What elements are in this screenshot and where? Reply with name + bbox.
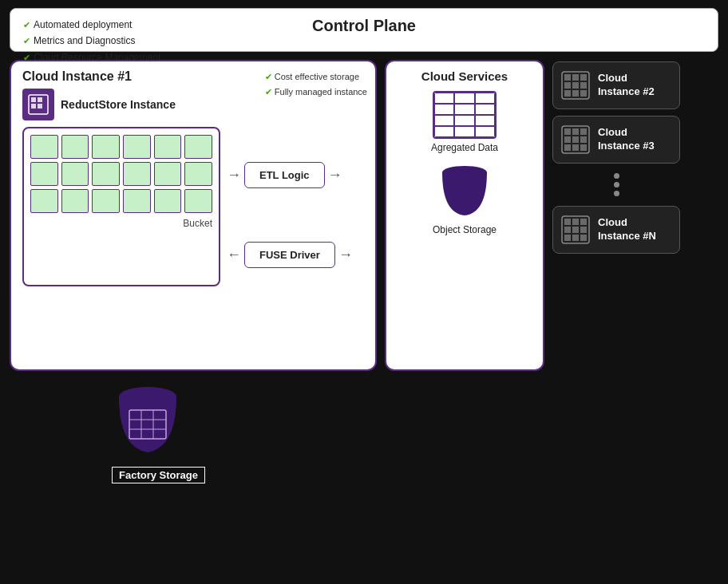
bucket-cell [30, 162, 58, 186]
reductstore-icon [22, 89, 54, 120]
arrow-from-fuse-right: → [338, 247, 353, 263]
dot-1 [614, 173, 619, 179]
checklist-item-2: Metrics and Diagnostics [23, 33, 160, 49]
bucket-box: Bucket [22, 127, 220, 286]
etl-fuse-area: → ETL Logic → ← FUSE Driver → [227, 135, 353, 294]
cloud-services-box: Cloud Services Agregated Data [385, 60, 544, 371]
cloud-instance-2-title: Cloud Instance #2 [598, 72, 671, 99]
svg-rect-23 [564, 144, 571, 151]
svg-rect-8 [572, 74, 579, 81]
bucket-cell [154, 189, 182, 213]
svg-rect-1 [31, 97, 36, 102]
bucket-cell [30, 135, 58, 159]
aggregated-data-item: Agregated Data [399, 91, 530, 153]
arrow-from-etl: → [328, 167, 342, 183]
svg-rect-12 [580, 82, 587, 89]
svg-rect-7 [564, 74, 571, 81]
dots-separator [552, 170, 680, 199]
fuse-row: ← FUSE Driver → [227, 242, 353, 268]
svg-rect-2 [38, 97, 42, 102]
reductstore-title: ReductStore Instance [61, 98, 176, 111]
checklist: Automated deployment Metrics and Diagnos… [23, 17, 160, 65]
svg-rect-27 [564, 219, 571, 225]
factory-storage-label: Factory Storage [112, 467, 205, 483]
svg-rect-10 [564, 82, 571, 89]
bucket-cell [184, 189, 212, 213]
svg-rect-19 [580, 128, 587, 135]
bucket-cell [61, 162, 89, 186]
cloud-services-title: Cloud Services [399, 69, 530, 83]
aggregated-data-icon [433, 91, 497, 139]
bucket-cell [61, 189, 89, 213]
svg-rect-28 [572, 219, 579, 225]
bucket-cell [123, 162, 151, 186]
dot-3 [614, 191, 619, 196]
agg-cell [434, 126, 454, 137]
etl-button[interactable]: ETL Logic [244, 162, 325, 188]
diagram-area: Cloud Instance #1 Cost effective storage… [10, 60, 718, 371]
agg-cell [454, 115, 474, 126]
bucket-cell [92, 189, 120, 213]
cost-note-2: Fully managed instance [265, 85, 367, 100]
svg-rect-20 [564, 136, 571, 143]
cloud-instance-3-title: Cloud Instance #3 [598, 126, 671, 153]
arrow-to-fuse-left: ← [227, 247, 241, 263]
cloud-instance-n-title: Cloud Instance #N [598, 216, 671, 243]
agg-cell [434, 104, 454, 115]
reductstore-svg-icon [27, 93, 49, 116]
factory-section: Factory Storage [112, 382, 718, 483]
dot-2 [614, 182, 619, 187]
bucket-cell [184, 135, 212, 159]
cloud-instance-2-card: Cloud Instance #2 [552, 61, 680, 109]
svg-rect-33 [564, 235, 571, 241]
arrow-to-etl: → [227, 167, 241, 183]
bucket-cell [154, 135, 182, 159]
bucket-cell [92, 135, 120, 159]
cost-note-1: Cost effective storage [265, 69, 367, 85]
svg-rect-15 [580, 90, 587, 97]
svg-rect-17 [564, 128, 571, 135]
fuse-button[interactable]: FUSE Driver [244, 242, 335, 268]
svg-rect-21 [572, 136, 579, 143]
svg-rect-25 [580, 144, 587, 151]
svg-rect-32 [580, 227, 587, 233]
svg-rect-24 [572, 144, 579, 151]
etl-row: → ETL Logic → [227, 162, 353, 188]
bucket-grid [30, 135, 212, 213]
svg-rect-34 [572, 235, 579, 241]
object-storage-item: Object Storage [399, 161, 530, 235]
agg-cell [434, 115, 454, 126]
agg-cell [475, 126, 495, 137]
agg-cell [454, 93, 474, 104]
cloud-instance-3-card: Cloud Instance #3 [552, 116, 680, 164]
object-storage-icon [437, 161, 493, 221]
svg-rect-22 [580, 136, 587, 143]
cloud-instance-1-box: Cloud Instance #1 Cost effective storage… [10, 60, 377, 371]
checklist-item-1: Automated deployment [23, 17, 160, 33]
svg-rect-11 [572, 82, 579, 89]
cloud-instance-3-icon [561, 125, 590, 154]
svg-rect-35 [580, 235, 587, 241]
bucket-cell [123, 135, 151, 159]
bucket-cell [154, 162, 182, 186]
agg-cell [475, 104, 495, 115]
svg-rect-14 [572, 90, 579, 97]
control-plane-box: Automated deployment Metrics and Diagnos… [10, 8, 718, 52]
object-storage-label: Object Storage [433, 224, 497, 235]
svg-rect-29 [580, 219, 587, 225]
cloud-instance-n-icon [561, 215, 590, 244]
cloud-instances-right: Cloud Instance #2 Cloud Instance #3 [552, 60, 680, 371]
agg-cell [454, 104, 474, 115]
factory-storage-icon [112, 382, 184, 462]
svg-rect-31 [572, 227, 579, 233]
aggregated-data-label: Agregated Data [431, 142, 498, 153]
bucket-cell [92, 162, 120, 186]
cloud-instance-n-card: Cloud Instance #N [552, 206, 680, 254]
bucket-label: Bucket [30, 218, 212, 229]
svg-rect-3 [31, 104, 36, 109]
svg-rect-13 [564, 90, 571, 97]
agg-cell [475, 115, 495, 126]
svg-rect-9 [580, 74, 587, 81]
agg-cell [434, 93, 454, 104]
bucket-cell [123, 189, 151, 213]
